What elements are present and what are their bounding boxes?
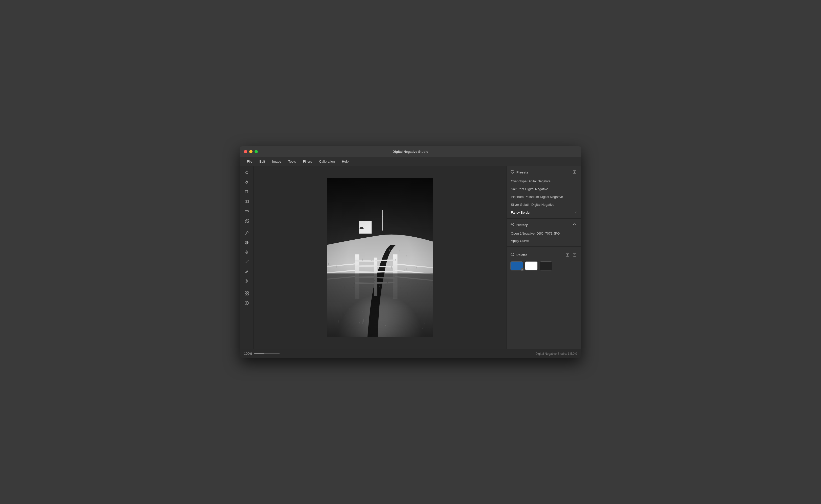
menu-filters[interactable]: Filters (300, 159, 315, 164)
presets-section: Presets Cyanotype Digital Negative ✕ (507, 166, 581, 219)
svg-rect-29 (247, 292, 249, 293)
toolbar (240, 166, 254, 349)
rotate-cw-icon[interactable] (243, 169, 251, 177)
svg-point-19 (246, 280, 248, 282)
palette-icon (510, 253, 514, 257)
history-item-open[interactable]: Open 1Negative_DSC_7071.JPG (507, 230, 581, 237)
main-layout: Presets Cyanotype Digital Negative ✕ (240, 166, 581, 349)
svg-rect-0 (245, 190, 248, 193)
presets-header-left: Presets (510, 170, 528, 175)
zoom-bar: 100% (244, 352, 280, 356)
svg-rect-28 (245, 292, 247, 293)
crop-icon[interactable] (243, 188, 251, 196)
zoom-fill (254, 353, 265, 354)
palette-color-black[interactable] (540, 261, 552, 270)
palette-dropdown-icon[interactable]: ▾ (521, 268, 523, 271)
history-title: History (516, 223, 528, 227)
grid-icon[interactable] (243, 289, 251, 297)
svg-line-26 (248, 280, 248, 280)
menu-tools[interactable]: Tools (285, 159, 299, 164)
svg-point-43 (513, 255, 513, 255)
menubar: File Edit Image Tools Filters Calibratio… (240, 157, 581, 166)
app-window: Digital Negative Studio File Edit Image … (240, 146, 581, 358)
toolbar-separator-1 (244, 227, 250, 227)
brightness-icon[interactable] (243, 277, 251, 285)
history-icon (510, 222, 514, 227)
palette-colors: ▾ (510, 261, 577, 270)
menu-help[interactable]: Help (339, 159, 352, 164)
window-title: Digital Negative Studio (393, 150, 428, 154)
heart-icon (510, 170, 514, 175)
svg-rect-12 (245, 221, 246, 222)
menu-calibration[interactable]: Calibration (316, 159, 338, 164)
presets-header: Presets (507, 166, 581, 177)
canvas-area[interactable] (254, 166, 506, 349)
svg-point-38 (511, 253, 514, 256)
statusbar: 100% Digital Negative Studio: 1.5.0.0 (240, 349, 581, 358)
menu-image[interactable]: Image (269, 159, 284, 164)
svg-point-15 (247, 232, 248, 233)
presets-add-button[interactable] (571, 169, 577, 175)
preset-close-active-icon[interactable]: ✕ (574, 211, 577, 214)
paint-icon[interactable] (243, 267, 251, 275)
svg-rect-10 (245, 219, 247, 220)
rotate-ccw-icon[interactable] (243, 178, 251, 186)
svg-rect-11 (247, 219, 249, 220)
ruler-icon[interactable] (243, 207, 251, 215)
curve-icon[interactable] (243, 258, 251, 266)
palette-color-white[interactable] (525, 261, 538, 270)
history-header-left: History (510, 222, 528, 227)
svg-rect-4 (247, 200, 249, 203)
toolbar-separator-2 (244, 287, 250, 287)
palette-title: Palette (516, 253, 527, 257)
svg-point-40 (513, 254, 513, 254)
version-label: Digital Negative Studio: 1.5.0.0 (535, 352, 577, 356)
history-item-curve[interactable]: Apply Curve (507, 237, 581, 244)
minimize-button[interactable] (249, 150, 253, 153)
history-section: History Open 1Negative_DSC_7071.JPG Appl… (507, 219, 581, 247)
right-panel: Presets Cyanotype Digital Negative ✕ (506, 166, 581, 349)
eyedropper-icon[interactable] (243, 229, 251, 237)
palette-section: Palette (507, 247, 581, 272)
palette-add-button[interactable] (564, 252, 570, 258)
svg-rect-13 (247, 221, 249, 222)
maximize-button[interactable] (255, 150, 258, 153)
svg-rect-31 (247, 294, 249, 295)
menu-file[interactable]: File (244, 159, 255, 164)
preset-item-fancy-border[interactable]: Fancy Border ✕ (507, 209, 581, 216)
svg-point-39 (511, 254, 512, 254)
transform-icon[interactable] (243, 217, 251, 225)
close-button[interactable] (244, 150, 247, 153)
presets-title: Presets (516, 170, 528, 174)
traffic-lights (244, 150, 258, 153)
palette-remove-button[interactable] (571, 252, 577, 258)
burn-icon[interactable] (243, 248, 251, 256)
svg-line-25 (248, 282, 248, 282)
svg-line-16 (245, 234, 246, 235)
titlebar: Digital Negative Studio (240, 146, 581, 157)
preset-item-salt[interactable]: Salt Print Digital Negative ✕ (507, 185, 581, 193)
add-tool-icon[interactable] (243, 299, 251, 307)
svg-point-41 (512, 255, 513, 256)
palette-header-left: Palette (510, 253, 527, 257)
zoom-track[interactable] (254, 353, 280, 354)
history-header: History (507, 219, 581, 230)
svg-rect-3 (245, 200, 247, 203)
zoom-label: 100% (244, 352, 252, 356)
menu-edit[interactable]: Edit (256, 159, 268, 164)
history-undo-button[interactable] (571, 222, 577, 228)
svg-rect-30 (245, 294, 247, 295)
contrast-icon[interactable] (243, 239, 251, 247)
preset-item-cyanotype[interactable]: Cyanotype Digital Negative ✕ (507, 177, 581, 185)
image-canvas (327, 178, 433, 337)
preset-item-silver[interactable]: Silver Gelatin Digital Negative ✕ (507, 201, 581, 209)
svg-point-18 (245, 272, 246, 273)
svg-point-42 (511, 255, 512, 255)
flip-icon[interactable] (243, 197, 251, 206)
palette-header: Palette (510, 249, 577, 260)
palette-color-blue-wrapper: ▾ (510, 261, 523, 270)
preset-item-platinum[interactable]: Platinum Palladium Digital Negative ✕ (507, 193, 581, 201)
